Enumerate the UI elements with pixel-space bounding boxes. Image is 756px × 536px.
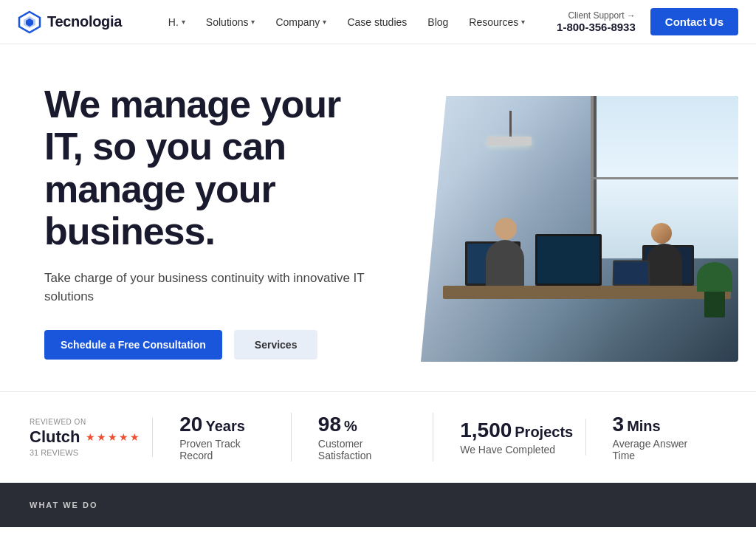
client-support: Client Support → 1-800-356-8933 [557,10,636,33]
hero-subtitle: Take charge of your business continuity … [44,269,384,306]
plant-leaves [697,262,732,292]
stat-answer-time: 3 Mins Average Answer Time [586,413,726,461]
stat-projects-unit: Projects [515,424,573,441]
nav-item-company[interactable]: Company ▾ [275,16,326,28]
stat-satisfaction-label: Customer Satisfaction [318,438,406,461]
office-scene [421,96,738,362]
logo-icon [18,10,41,34]
laptop [613,261,650,286]
stat-years-top: 20 Years [179,413,264,436]
star-3: ★ [108,431,117,443]
desk [443,286,731,299]
what-we-do-label: WHAT WE DO [30,501,98,509]
stat-answer-time-top: 3 Mins [613,413,700,436]
stat-projects-number: 1,500 [460,419,512,442]
stat-years-label: Proven Track Record [179,438,264,461]
stat-years-unit: Years [205,418,244,435]
stat-answer-time-number: 3 [613,413,625,436]
nav-item-h[interactable]: H. ▾ [168,16,185,28]
main-nav: H. ▾ Solutions ▾ Company ▾ Case studies … [137,16,557,28]
person-1-head [495,218,517,240]
services-button[interactable]: Services [234,330,318,360]
logo[interactable]: Tecnologia [18,10,122,34]
chevron-down-icon: ▾ [521,18,525,26]
hero-buttons: Schedule a Free Consultation Services [44,330,384,360]
support-phone: 1-800-356-8933 [557,21,636,33]
stat-satisfaction-number: 98 [318,413,341,436]
stat-projects-label: We Have Completed [460,444,558,456]
support-label: Client Support → [557,10,636,21]
clutch-name: Clutch [30,427,80,447]
clutch-row: Clutch ★ ★ ★ ★ ★ [30,427,126,447]
hero-section: We manage your IT, so you can manage you… [0,44,756,391]
person-1-body [486,240,524,286]
dark-section: WHAT WE DO [0,483,756,527]
review-count: 31 REVIEWS [30,448,126,457]
stat-years-number: 20 [179,413,202,436]
star-2: ★ [97,431,106,443]
monitor-2 [535,234,602,286]
stat-projects-top: 1,500 Projects [460,419,558,442]
logo-text: Tecnologia [47,13,122,30]
lamp-fixture [487,137,532,145]
chevron-down-icon: ▾ [182,18,185,26]
hero-title: We manage your IT, so you can manage you… [44,83,384,252]
stat-answer-time-unit: Mins [627,418,661,435]
nav-item-solutions[interactable]: Solutions ▾ [206,16,255,28]
nav-item-case-studies[interactable]: Case studies [347,16,407,28]
site-header: Tecnologia H. ▾ Solutions ▾ Company ▾ Ca… [0,0,756,44]
contact-us-button[interactable]: Contact Us [650,8,738,35]
header-right: Client Support → 1-800-356-8933 Contact … [557,8,738,35]
stat-years: 20 Years Proven Track Record [153,413,292,461]
chevron-down-icon: ▾ [251,18,255,26]
star-5: ★ [130,431,140,443]
star-1: ★ [86,431,95,443]
stat-projects: 1,500 Projects We Have Completed [433,419,585,456]
chevron-down-icon: ▾ [323,18,326,26]
reviewed-on-label: REVIEWED ON [30,418,126,426]
stat-answer-time-label: Average Answer Time [613,438,700,461]
hero-content: We manage your IT, so you can manage you… [44,83,399,360]
person-2-head [651,223,672,244]
hero-image [399,81,738,362]
stat-satisfaction-unit: % [344,418,357,435]
person-2-body [647,244,682,286]
schedule-consultation-button[interactable]: Schedule a Free Consultation [44,330,222,360]
nav-item-blog[interactable]: Blog [427,16,448,28]
lamp-cord [509,111,512,140]
star-4: ★ [119,431,128,443]
stat-satisfaction: 98 % Customer Satisfaction [292,413,433,461]
stat-satisfaction-top: 98 % [318,413,406,436]
clutch-review: REVIEWED ON Clutch ★ ★ ★ ★ ★ 31 REVIEWS [30,418,153,457]
nav-item-resources[interactable]: Resources ▾ [469,16,525,28]
office-image [421,96,738,362]
stats-section: REVIEWED ON Clutch ★ ★ ★ ★ ★ 31 REVIEWS … [0,391,756,483]
star-rating: ★ ★ ★ ★ ★ [86,431,140,443]
